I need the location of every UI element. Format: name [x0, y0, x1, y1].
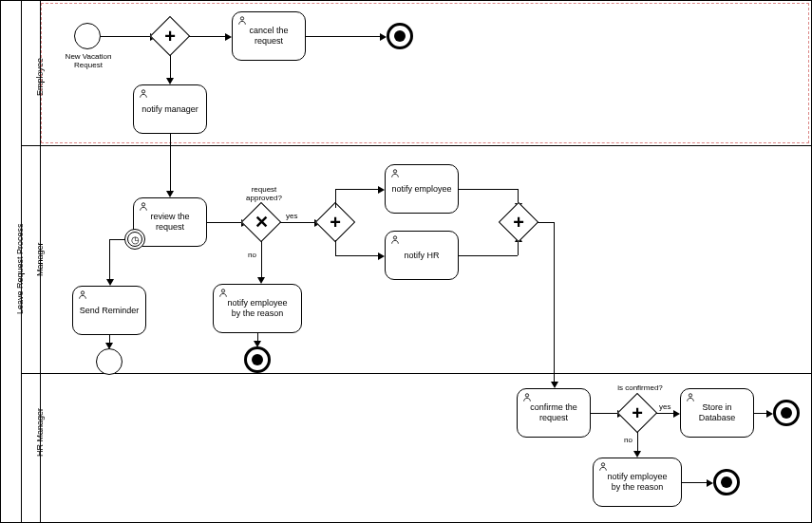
- flow-split-hr-h: [335, 255, 381, 256]
- plus-icon: +: [164, 27, 176, 46]
- pool-title-bar: Leave Request Process: [1, 1, 22, 522]
- task-label: notify employeeby the reason: [607, 472, 667, 493]
- task-send-reminder: Send Reminder: [72, 286, 146, 335]
- flow-reason2-end: [682, 482, 708, 483]
- end-inner-icon: [394, 30, 406, 42]
- flow-split-hr-arrow: [378, 252, 385, 260]
- gateway-exclusive-approved: ✕: [241, 202, 281, 242]
- flow-start-gw: [101, 36, 152, 37]
- user-icon: [218, 288, 228, 298]
- end-event-store: [773, 400, 800, 426]
- flow-label-yes1: yes: [286, 212, 297, 220]
- end-event-reminder: [96, 348, 123, 375]
- user-icon: [139, 88, 148, 99]
- flow-no-reason: [261, 241, 262, 279]
- end-inner-icon: [781, 407, 792, 419]
- task-notify-manager: notify manager: [133, 84, 207, 134]
- task-label: notify manager: [142, 104, 198, 115]
- flow-store-end-arrow: [766, 410, 773, 418]
- task-label: notify HR: [404, 251, 439, 261]
- flow-split-emp-h: [335, 189, 381, 190]
- flow-timer-reminder-h: [109, 239, 125, 240]
- flow-no-reason-arrow: [257, 277, 265, 284]
- lane-label-manager: Manager: [35, 242, 45, 276]
- gateway-is-confirmed: +: [617, 393, 657, 433]
- task-label: Store inDatabase: [699, 402, 736, 423]
- flow-gw-cancel: [189, 36, 227, 37]
- flow-notifymgr-review-arrow: [166, 191, 174, 197]
- gateway-label-approved: requestapproved?: [236, 185, 293, 202]
- flow-gw-notifymgr-arrow: [166, 78, 174, 84]
- plus-icon: +: [513, 213, 524, 232]
- flow-emp-join-h: [459, 189, 518, 190]
- end-event-reason2: [713, 469, 740, 495]
- flow-review-gw: [207, 222, 243, 223]
- clock-icon: ◷: [131, 234, 140, 245]
- lanes-title-bar: Employee Manager HR Manager: [22, 1, 41, 522]
- flow-gw-cancel-arrow: [225, 33, 232, 41]
- end-event-reject: [244, 346, 271, 373]
- flow-no-reason2: [637, 432, 638, 453]
- flow-label-no1: no: [248, 251, 256, 259]
- bpmn-diagram: Leave Request Process Employee Manager H…: [0, 0, 812, 523]
- task-label: review therequest: [150, 212, 189, 233]
- task-store-db: Store inDatabase: [680, 388, 754, 438]
- task-label: cancel therequest: [249, 26, 288, 47]
- task-label: confirme therequest: [530, 402, 577, 423]
- flow-yes-store-arrow: [673, 410, 680, 418]
- lane-divider-2: [22, 373, 811, 374]
- flow-reason2-end-arrow: [707, 479, 713, 487]
- flow-no-reason2-arrow: [633, 451, 641, 458]
- task-notify-employee: notify employee: [385, 164, 459, 214]
- flow-yes-split: [280, 222, 316, 223]
- task-notify-reason-1: notify employeeby the reason: [213, 284, 302, 333]
- end-event-cancel: [387, 23, 413, 49]
- start-event: [74, 23, 101, 49]
- flow-split-emp-arrow: [378, 186, 385, 194]
- flow-cancel-end-arrow: [380, 33, 387, 41]
- task-label: notify employeeby the reason: [227, 298, 287, 319]
- flow-gw-notifymgr: [170, 55, 171, 80]
- gateway-parallel-join: +: [499, 202, 538, 242]
- task-label: Send Reminder: [80, 306, 140, 316]
- flow-split-emp-v2: [335, 189, 336, 204]
- user-icon: [598, 461, 608, 472]
- start-event-label: New VacationRequest: [61, 52, 116, 69]
- plus-icon: +: [632, 403, 643, 422]
- plus-icon: +: [330, 213, 341, 232]
- user-icon: [390, 168, 400, 178]
- flow-split-hr-v: [335, 240, 336, 255]
- flow-confirm-gw: [591, 413, 619, 414]
- flow-cancel-end: [306, 36, 382, 37]
- gateway-label-confirmed: is confirmed?: [612, 383, 669, 392]
- user-icon: [139, 201, 148, 212]
- flow-timer-reminder-arrow: [106, 279, 114, 286]
- flow-join-confirm-h: [538, 222, 555, 223]
- boundary-timer-event: ◷: [124, 229, 145, 250]
- end-inner-icon: [721, 476, 732, 488]
- task-cancel-request: cancel therequest: [232, 11, 306, 61]
- task-notify-reason-2: notify employeeby the reason: [593, 458, 682, 507]
- end-inner-icon: [252, 354, 263, 365]
- task-confirm-request: confirme therequest: [517, 388, 591, 438]
- user-icon: [522, 392, 532, 402]
- flow-join-confirm-v: [554, 222, 555, 383]
- flow-timer-reminder-v: [109, 239, 110, 281]
- task-label: notify employee: [391, 184, 451, 195]
- lane-divider-1: [22, 145, 811, 146]
- flow-yes-store: [656, 413, 675, 414]
- flow-label-yes2: yes: [659, 402, 670, 411]
- x-icon: ✕: [255, 214, 269, 231]
- task-notify-hr: notify HR: [385, 231, 459, 280]
- flow-hr-join-h: [459, 255, 518, 256]
- user-icon: [237, 15, 247, 26]
- flow-notifymgr-review: [170, 134, 171, 193]
- user-icon: [390, 234, 400, 245]
- user-icon: [78, 290, 87, 300]
- user-icon: [686, 392, 695, 402]
- gateway-parallel-split: +: [315, 202, 355, 242]
- lane-label-hr: HR Manager: [35, 408, 45, 457]
- flow-join-confirm-arrow: [551, 382, 558, 388]
- flow-label-no2: no: [624, 436, 633, 444]
